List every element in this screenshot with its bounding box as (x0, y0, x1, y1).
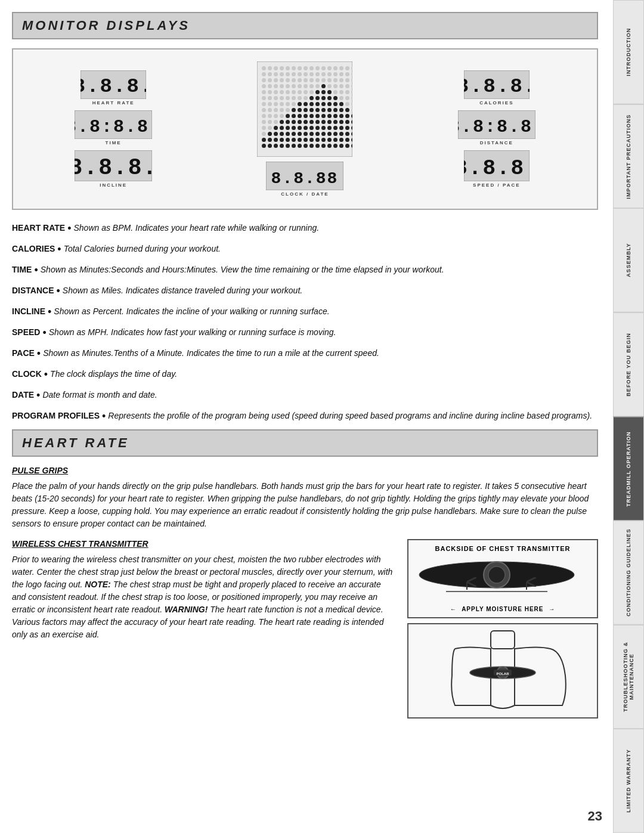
svg-point-185 (274, 132, 278, 136)
svg-point-211 (333, 138, 338, 142)
svg-point-119 (262, 108, 266, 112)
svg-point-151 (262, 120, 266, 124)
svg-point-9 (274, 66, 278, 70)
svg-point-121 (274, 108, 278, 112)
svg-point-23 (262, 72, 266, 76)
calories-desc: CALORIES•Total Calories burned during yo… (12, 241, 598, 258)
svg-point-140 (292, 114, 296, 118)
svg-point-204 (292, 138, 296, 142)
svg-point-200 (268, 138, 272, 142)
svg-point-133 (345, 108, 349, 112)
sidebar-tab-assembly[interactable]: ASSEMBLY (613, 208, 644, 312)
svg-point-127 (309, 108, 314, 112)
svg-point-191 (309, 132, 314, 136)
calories-display: 8.8.8. CALORIES (464, 70, 530, 106)
svg-point-16 (315, 66, 320, 70)
svg-point-96 (315, 96, 320, 100)
svg-point-196 (339, 132, 343, 136)
svg-point-7 (262, 66, 266, 70)
display-col3: 8.8.8. CALORIES 8.8:8.8. DISTANCE 8.8.8.… (458, 70, 535, 188)
svg-point-164 (339, 120, 343, 124)
svg-point-26 (280, 72, 284, 76)
svg-point-27 (286, 72, 290, 76)
svg-point-66 (327, 84, 332, 88)
sidebar-tab-precautions[interactable]: IMPORTANT PRECAUTIONS (613, 104, 644, 209)
svg-point-45 (298, 78, 302, 82)
svg-point-162 (327, 120, 332, 124)
distance-desc: DISTANCE•Shown as Miles. Indicates dista… (12, 283, 598, 299)
svg-point-123 (286, 108, 290, 112)
descriptions-list: HEART RATE•Shown as BPM. Indicates your … (12, 221, 598, 425)
svg-point-84 (339, 90, 343, 94)
sidebar-tab-introduction[interactable]: INTRODUCTION (613, 0, 644, 104)
sidebar-tab-troubleshooting[interactable]: TROUBLESHOOTING & MAINTENANCE (613, 625, 644, 729)
svg-point-55 (262, 84, 266, 88)
svg-point-207 (309, 138, 314, 142)
transmitter-svg (413, 557, 580, 602)
speed-pace-display: 8.8.8. SPEED / PACE (464, 150, 530, 188)
svg-point-117 (345, 102, 349, 106)
svg-point-158 (304, 120, 308, 124)
sidebar-tab-operation[interactable]: TREADMILL OPERATION (613, 417, 644, 521)
speed-desc: SPEED•Shown as MPH. Indicates how fast y… (12, 325, 598, 341)
pulse-grips-heading: PULSE GRIPS (12, 466, 598, 475)
svg-point-224 (315, 144, 320, 148)
sidebar-tab-before[interactable]: BEFORE YOU BEGIN (613, 312, 644, 417)
svg-point-114 (327, 102, 332, 106)
svg-point-39 (262, 78, 266, 82)
svg-point-229 (345, 144, 349, 148)
svg-point-130 (327, 108, 332, 112)
svg-point-144 (315, 114, 320, 118)
clock-desc: CLOCK•The clock displays the time of day… (12, 367, 598, 383)
svg-point-217 (274, 144, 278, 148)
svg-point-68 (339, 84, 343, 88)
heart-rate-display: 8.8.8. HEART RATE (80, 70, 146, 106)
monitor-displays-title: MONITOR DISPLAYS (22, 18, 588, 33)
wireless-diagram-col: BACKSIDE OF CHEST TRANSMITTER (407, 539, 598, 719)
svg-point-108 (292, 102, 296, 106)
svg-point-155 (286, 120, 290, 124)
incline-lcd: 8.8.8. (75, 150, 152, 181)
svg-point-163 (333, 120, 338, 124)
svg-point-193 (321, 132, 326, 136)
sidebar-tab-conditioning[interactable]: CONDITIONING GUIDELINES (613, 521, 644, 625)
svg-point-241 (488, 566, 505, 583)
time-display: 8.8:8.8. TIME (75, 110, 152, 145)
distance-lcd: 8.8:8.8. (458, 110, 535, 139)
svg-point-157 (298, 120, 302, 124)
svg-point-143 (309, 114, 314, 118)
svg-point-60 (292, 84, 296, 88)
incline-desc: INCLINE•Shown as Percent. Indicates the … (12, 304, 598, 320)
dot-matrix-display: // dots rendered via JS below (257, 61, 352, 157)
svg-point-73 (274, 90, 278, 94)
clock-label: CLOCK / DATE (281, 191, 329, 197)
svg-point-104 (268, 102, 272, 106)
wear-diagram: POLAR (407, 623, 598, 719)
chest-diagram-title: BACKSIDE OF CHEST TRANSMITTER (413, 545, 592, 552)
speed-lcd: 8.8.8. (464, 150, 530, 181)
svg-point-109 (298, 102, 302, 106)
svg-point-13 (298, 66, 302, 70)
svg-point-42 (280, 78, 284, 82)
calories-lcd: 8.8.8. (464, 70, 530, 99)
svg-point-183 (262, 132, 266, 136)
sidebar-tab-warranty[interactable]: LIMITED WARRANTY (613, 729, 644, 833)
svg-point-174 (304, 126, 308, 130)
svg-point-141 (298, 114, 302, 118)
time-desc: TIME•Shown as Minutes:Seconds and Hours:… (12, 262, 598, 278)
svg-point-160 (315, 120, 320, 124)
svg-point-146 (327, 114, 332, 118)
svg-point-93 (298, 96, 302, 100)
apply-moisture-label: ← APPLY MOISTURE HERE → (413, 606, 592, 612)
svg-point-139 (286, 114, 290, 118)
svg-point-145 (321, 114, 326, 118)
svg-point-97 (321, 96, 326, 100)
svg-point-88 (268, 96, 272, 100)
svg-text:8.8.88: 8.8.88 (271, 169, 339, 188)
svg-point-170 (280, 126, 284, 130)
svg-point-20 (339, 66, 343, 70)
wireless-text: Prior to wearing the wireless chest tran… (12, 553, 395, 641)
svg-point-41 (274, 78, 278, 82)
svg-point-19 (333, 66, 338, 70)
sidebar-tabs: INTRODUCTION IMPORTANT PRECAUTIONS ASSEM… (613, 0, 644, 833)
